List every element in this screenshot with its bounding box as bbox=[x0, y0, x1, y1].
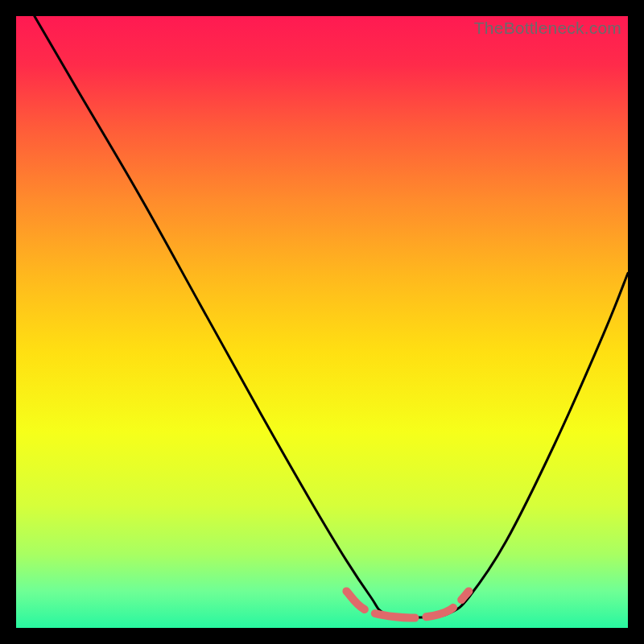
gradient-background bbox=[16, 16, 628, 628]
chart-svg bbox=[16, 16, 628, 628]
plot-area: TheBottleneck.com bbox=[16, 16, 628, 628]
watermark-text: TheBottleneck.com bbox=[474, 19, 621, 38]
chart-stage: TheBottleneck.com bbox=[0, 0, 644, 644]
